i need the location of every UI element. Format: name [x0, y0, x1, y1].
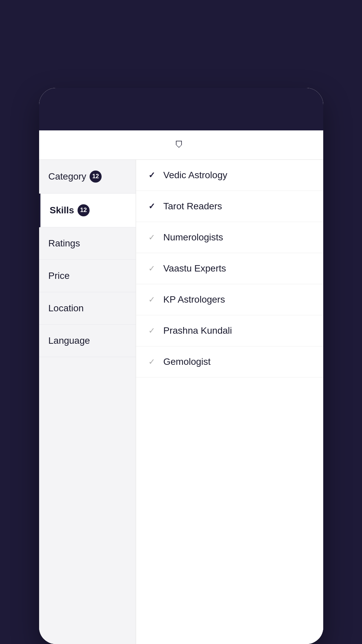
phone-mockup: ⛉ Category12Skills12RatingsPriceLocation… [39, 88, 323, 644]
option-label: Vaastu Experts [163, 263, 226, 274]
option-item[interactable]: ✓Numerologists [136, 222, 323, 253]
check-icon: ✓ [147, 202, 157, 211]
check-icon: ✓ [147, 171, 157, 180]
option-item[interactable]: ✓Tarot Readers [136, 191, 323, 222]
check-icon: ✓ [147, 295, 157, 304]
sidebar-item-skills[interactable]: Skills12 [39, 194, 136, 227]
sidebar-label: Ratings [48, 238, 80, 249]
filter-label-area: ⛉ [175, 140, 188, 150]
sidebar-label: Price [48, 271, 70, 281]
filter-toolbar: ⛉ [39, 130, 323, 160]
sidebar-item-category[interactable]: Category12 [39, 160, 136, 194]
check-icon: ✓ [147, 264, 157, 273]
option-item[interactable]: ✓KP Astrologers [136, 284, 323, 315]
options-list: ✓Vedic Astrology✓Tarot Readers✓Numerolog… [136, 160, 323, 644]
filter-panel: ⛉ Category12Skills12RatingsPriceLocation… [39, 130, 323, 644]
sidebar-item-price[interactable]: Price [39, 260, 136, 292]
sidebar-item-location[interactable]: Location [39, 292, 136, 325]
sidebar-badge: 12 [78, 204, 90, 216]
page-title-area [0, 0, 362, 88]
option-item[interactable]: ✓Vaastu Experts [136, 253, 323, 284]
filter-body: Category12Skills12RatingsPriceLocationLa… [39, 160, 323, 644]
filter-icon: ⛉ [175, 140, 184, 150]
option-label: Vedic Astrology [163, 170, 227, 181]
check-icon: ✓ [147, 357, 157, 366]
option-label: KP Astrologers [163, 294, 225, 305]
sidebar-label: Skills [50, 205, 74, 216]
sidebar-label: Category [48, 171, 87, 182]
option-item[interactable]: ✓Vedic Astrology [136, 160, 323, 191]
option-label: Tarot Readers [163, 201, 222, 212]
main-heading [27, 40, 335, 68]
sidebar-label: Language [48, 335, 90, 346]
sidebar-badge: 12 [90, 171, 102, 183]
check-icon: ✓ [147, 326, 157, 335]
option-item[interactable]: ✓Gemologist [136, 346, 323, 378]
sidebar-item-ratings[interactable]: Ratings [39, 227, 136, 260]
check-icon: ✓ [147, 233, 157, 242]
option-label: Prashna Kundali [163, 325, 232, 336]
sidebar-label: Location [48, 303, 84, 314]
option-label: Gemologist [163, 356, 211, 367]
sidebar-item-language[interactable]: Language [39, 325, 136, 357]
option-item[interactable]: ✓Prashna Kundali [136, 315, 323, 346]
phone-header [39, 88, 323, 130]
sidebar: Category12Skills12RatingsPriceLocationLa… [39, 160, 136, 644]
option-label: Numerologists [163, 232, 223, 243]
